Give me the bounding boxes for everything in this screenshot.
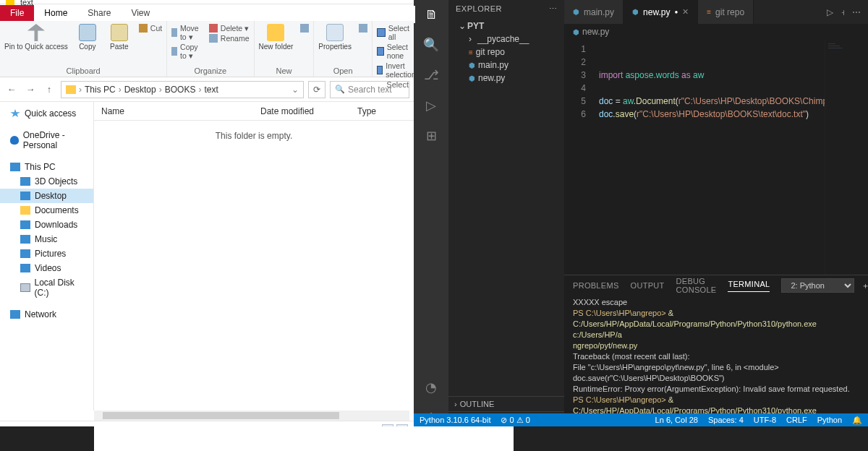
properties-icon [326, 24, 344, 41]
sidebar-more-icon[interactable]: ⋯ [549, 4, 558, 14]
editor-area: ⬢main.py ⬢new.py●✕ ≡git repo ▷ ⫞ ⋯ ⬢new.… [564, 0, 868, 426]
more-actions-button[interactable]: ⋯ [852, 7, 861, 17]
code-editor[interactable]: 123456 import aspose.words as aw doc = a… [564, 40, 868, 275]
status-notifications[interactable]: 🔔 [852, 416, 862, 425]
terminal-selector[interactable]: 2: Python [781, 278, 854, 293]
search-icon[interactable]: 🔍 [422, 36, 440, 53]
code-content[interactable]: import aspose.words as aw doc = aw.Docum… [593, 40, 825, 275]
tab-gitrepo[interactable]: ≡git repo [698, 0, 754, 24]
tab-debug[interactable]: DEBUG CONSOLE [676, 277, 717, 294]
outline-section[interactable]: ›OUTLINE [448, 396, 564, 411]
new-item-button[interactable] [300, 24, 309, 33]
tab-new[interactable]: ⬢new.py●✕ [624, 0, 698, 24]
status-language[interactable]: Python [817, 416, 842, 424]
run-icon[interactable]: ▷ [422, 97, 440, 114]
nav-music[interactable]: Music [0, 232, 93, 246]
paste-button[interactable]: Paste [107, 24, 132, 51]
status-encoding[interactable]: UTF-8 [754, 416, 776, 424]
col-name[interactable]: Name [94, 106, 253, 116]
pictures-icon [20, 249, 30, 258]
horizontal-scrollbar[interactable] [94, 411, 409, 421]
taskbar [0, 426, 868, 451]
cut-button[interactable]: Cut [139, 24, 162, 33]
refresh-button[interactable]: ⟳ [308, 81, 326, 98]
new-terminal-button[interactable]: ＋ [861, 280, 868, 291]
rename-icon [209, 34, 218, 43]
desktop-icon [20, 192, 30, 200]
editor-breadcrumb[interactable]: ⬢new.py [564, 24, 868, 40]
run-button[interactable]: ▷ [827, 7, 833, 17]
new-folder-button[interactable]: New folder [259, 24, 294, 51]
tab-file[interactable]: File [0, 5, 34, 21]
tab-share[interactable]: Share [77, 5, 121, 21]
terminal-output[interactable]: XXXXX escape PS C:\Users\HP\angrepo> & C… [564, 296, 868, 426]
delete-button[interactable]: Delete ▾ [209, 24, 250, 33]
tab-home[interactable]: Home [34, 5, 77, 21]
nav-this-pc[interactable]: This PC [0, 160, 93, 174]
nav-network[interactable]: Network [0, 307, 93, 322]
status-ln-col[interactable]: Ln 6, Col 28 [655, 416, 698, 424]
tab-main[interactable]: ⬢main.py [564, 0, 624, 24]
ribbon-tabs: File Home Share View [0, 4, 414, 21]
tab-output[interactable]: OUTPUT [631, 281, 665, 290]
select-none-button[interactable]: Select none [377, 43, 418, 60]
source-control-icon[interactable]: ⎇ [422, 66, 440, 84]
nav-pictures[interactable]: Pictures [0, 246, 93, 261]
tree-gitrepo[interactable]: ≡git repo [448, 46, 564, 59]
nav-onedrive[interactable]: OneDrive - Personal [0, 128, 93, 153]
panel-tabs: PROBLEMS OUTPUT DEBUG CONSOLE TERMINAL 2… [564, 275, 868, 296]
tree-pycache[interactable]: ›__pycache__ [448, 33, 564, 46]
tab-problems[interactable]: PROBLEMS [573, 281, 619, 290]
status-spaces[interactable]: Spaces: 4 [708, 416, 744, 424]
split-editor-button[interactable]: ⫞ [841, 7, 845, 17]
up-button[interactable]: ↑ [42, 82, 56, 97]
pin-icon [27, 24, 45, 41]
tab-terminal[interactable]: TERMINAL [728, 280, 770, 292]
status-python[interactable]: Python 3.10.6 64-bit [420, 416, 490, 424]
invert-selection-button[interactable]: Invert selection [377, 61, 418, 79]
close-icon[interactable]: ✕ [682, 7, 689, 17]
status-eol[interactable]: CRLF [786, 416, 807, 424]
copy-to-button[interactable]: Copy to ▾ [171, 43, 202, 60]
pin-button[interactable]: Pin to Quick access [4, 24, 68, 51]
copy-button[interactable]: Copy [75, 24, 100, 51]
objects-icon [20, 177, 30, 186]
chevron-down-icon[interactable]: ⌄ [292, 85, 299, 95]
extensions-icon[interactable]: ⊞ [422, 127, 440, 145]
project-root[interactable]: ⌄PYT [448, 20, 564, 33]
file-tree: ⌄PYT ›__pycache__ ≡git repo ⬢main.py ⬢ne… [448, 18, 564, 396]
nav-documents[interactable]: Documents [0, 203, 93, 218]
tree-main[interactable]: ⬢main.py [448, 59, 564, 72]
nav-desktop[interactable]: Desktop [0, 189, 93, 203]
sidebar: EXPLORER⋯ ⌄PYT ›__pycache__ ≡git repo ⬢m… [448, 0, 564, 426]
explorer-icon[interactable]: 🗎 [414, 6, 448, 23]
properties-button[interactable]: Properties [318, 24, 352, 51]
breadcrumb[interactable]: ›This PC ›Desktop ›BOOKS ›text ⌄ [61, 81, 304, 98]
invert-icon [377, 66, 383, 74]
tree-new[interactable]: ⬢new.py [448, 72, 564, 85]
forward-button[interactable]: → [23, 82, 38, 97]
select-all-button[interactable]: Select all [377, 24, 418, 41]
folder-icon [267, 24, 284, 41]
ribbon-group-clipboard: Pin to Quick access Copy Paste Cut Clipb… [0, 21, 167, 77]
nav-videos[interactable]: Videos [0, 261, 93, 275]
nav-quick-access[interactable]: Quick access [0, 106, 93, 121]
account-icon[interactable]: ◔ [422, 379, 440, 396]
status-problems[interactable]: ⊘ 0 ⚠ 0 [501, 416, 529, 425]
col-type[interactable]: Type [333, 106, 383, 116]
copyto-icon [171, 47, 177, 56]
scroll-thumb[interactable] [103, 412, 339, 419]
open-button[interactable] [359, 24, 367, 33]
videos-icon [20, 264, 30, 272]
move-to-button[interactable]: Move to ▾ [171, 24, 202, 41]
search-input[interactable]: 🔍Search text [330, 81, 409, 98]
minimap[interactable]: ▬▬▬▬▬▬▬▬▬▬▬▬▬▬▬▬▬▬▬▬▬▬▬ [825, 40, 868, 275]
nav-downloads[interactable]: Downloads [0, 218, 93, 232]
back-button[interactable]: ← [4, 82, 19, 97]
nav-3d-objects[interactable]: 3D Objects [0, 174, 93, 189]
col-date[interactable]: Date modified [253, 106, 333, 116]
vscode-status-bar: Python 3.10.6 64-bit ⊘ 0 ⚠ 0 Ln 6, Col 2… [414, 413, 868, 426]
tab-view[interactable]: View [121, 5, 160, 21]
nav-local-disk[interactable]: Local Disk (C:) [0, 275, 93, 300]
rename-button[interactable]: Rename [209, 34, 250, 43]
